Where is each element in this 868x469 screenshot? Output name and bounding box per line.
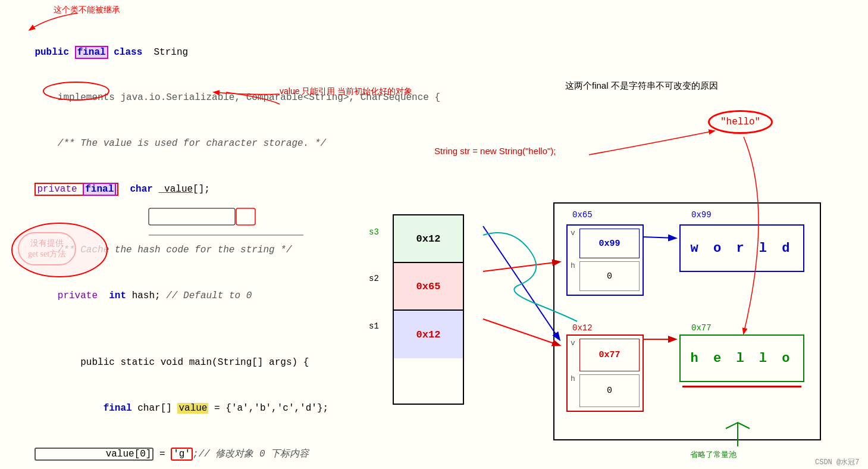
obj12-v-val: 0x77 <box>598 350 620 360</box>
obj77-box: h e l l o <box>679 334 804 382</box>
s2-cell: 0x65 <box>394 263 463 311</box>
annotation-no-getter: 没有提供get set方法 <box>18 232 76 265</box>
annotation-value-ref: value 只能引用 当前初始化好的对象 <box>280 86 412 97</box>
keyword-char: char <box>124 184 153 195</box>
csdn-watermark: CSDN @水冠7 <box>815 457 859 467</box>
svg-line-3 <box>483 319 559 345</box>
code-line-9: public static void main(String[] args) { <box>0 340 405 386</box>
obj65-box: v 0x99 h 0 <box>566 224 644 296</box>
obj12-v-label: v <box>571 339 575 348</box>
obj65-h-cell: 0 <box>579 261 640 291</box>
keyword-int: int <box>104 290 126 301</box>
code-line-7: private int hash; // Default to 0 <box>0 274 405 320</box>
obj12-box: v 0x77 h 0 <box>566 334 644 412</box>
hash-comment: // Default to 0 <box>166 290 252 301</box>
array-brackets: []; <box>193 184 210 195</box>
s2-value: 0x65 <box>416 281 441 292</box>
obj65-v-label: v <box>571 229 575 237</box>
s1-value: 0x12 <box>416 329 441 340</box>
final-char <box>35 403 103 414</box>
s2-label: s2 <box>369 274 379 283</box>
array-init: = {'a','b','c','d'}; <box>208 403 328 414</box>
stack-diagram: 0x12 0x65 0x12 s3 s2 s1 <box>345 202 482 429</box>
code-line-1: public final class String <box>0 30 405 76</box>
obj12-h-cell: 0 <box>579 374 640 407</box>
private-final-highlight: private final <box>35 183 118 196</box>
hello-content: h e l l o <box>691 351 794 366</box>
class-name: String <box>148 47 188 58</box>
heap-panel: 0x65 v 0x99 h 0 0x99 w o r l d 0x12 v 0x… <box>553 202 821 440</box>
s3-label: s3 <box>369 227 379 237</box>
keyword-class: class <box>114 47 142 58</box>
annotation-constant-pool: 省略了常量池 <box>690 449 737 460</box>
s1-label: s1 <box>369 321 379 331</box>
g-char: 'g' <box>171 448 193 461</box>
keyword-final-highlighted: final <box>75 46 108 59</box>
code-line-8 <box>0 319 405 334</box>
hello-circle-annotation: "hello" <box>708 110 773 134</box>
s1-cell: 0x12 <box>394 311 463 358</box>
s3-value: 0x12 <box>416 233 441 245</box>
char-array: char[] <box>132 403 178 414</box>
obj99-box: w o r l d <box>679 224 804 272</box>
obj77-addr-label: 0x77 <box>691 323 712 333</box>
hello-underline <box>682 386 801 387</box>
obj99-addr-label: 0x99 <box>691 210 712 220</box>
value-highlighted: value <box>177 403 208 414</box>
obj65-h-val: 0 <box>607 271 612 282</box>
s3-cell: 0x12 <box>394 215 463 263</box>
obj12-v-cell: 0x77 <box>579 339 640 371</box>
annotation-two-finals: 这两个final 不是字符串不可改变的原因 <box>565 80 718 92</box>
code-line-4: private final char value[]; <box>0 167 405 212</box>
stack-frame: 0x12 0x65 0x12 <box>393 214 464 405</box>
obj65-v-cell: 0x99 <box>579 229 640 258</box>
code-line-5 <box>0 212 405 228</box>
obj65-v-val: 0x99 <box>598 239 620 249</box>
obj65-h-label: h <box>571 261 575 270</box>
hash-field: hash; <box>126 290 166 301</box>
main-method: public static void main(String[] args) { <box>35 357 309 368</box>
modify-comment: ;// 修改对象 0 下标内容 <box>193 449 309 459</box>
annotation-cannot-inherit: 这个类不能被继承 <box>54 5 120 15</box>
svg-line-2 <box>483 262 559 271</box>
value-field: value <box>158 184 193 195</box>
code-comment-1: /** The value is used for character stor… <box>35 138 326 149</box>
obj12-h-label: h <box>571 374 575 383</box>
keyword-private2: private <box>35 290 98 301</box>
code-line-11: value[0] = 'g';// 修改对象 0 下标内容 <box>0 432 405 469</box>
svg-line-1 <box>483 226 559 339</box>
code-line-2: implements java.io.Serializable, Compara… <box>0 76 405 121</box>
obj65-addr-label: 0x65 <box>572 210 593 220</box>
annotation-string-str: String str = new String("hello"); <box>434 146 556 156</box>
code-line-10: final char[] value = {'a','b','c','d'}; <box>0 386 405 432</box>
obj12-h-val: 0 <box>607 386 612 396</box>
value-access: value[0] <box>35 448 153 461</box>
kw-final2: final <box>104 403 132 414</box>
assign-g: = <box>153 449 171 459</box>
obj12-addr-label: 0x12 <box>572 323 593 333</box>
code-line-3: /** The value is used for character stor… <box>0 121 405 167</box>
keyword-public: public <box>35 47 69 58</box>
world-content: w o r l d <box>691 241 794 256</box>
